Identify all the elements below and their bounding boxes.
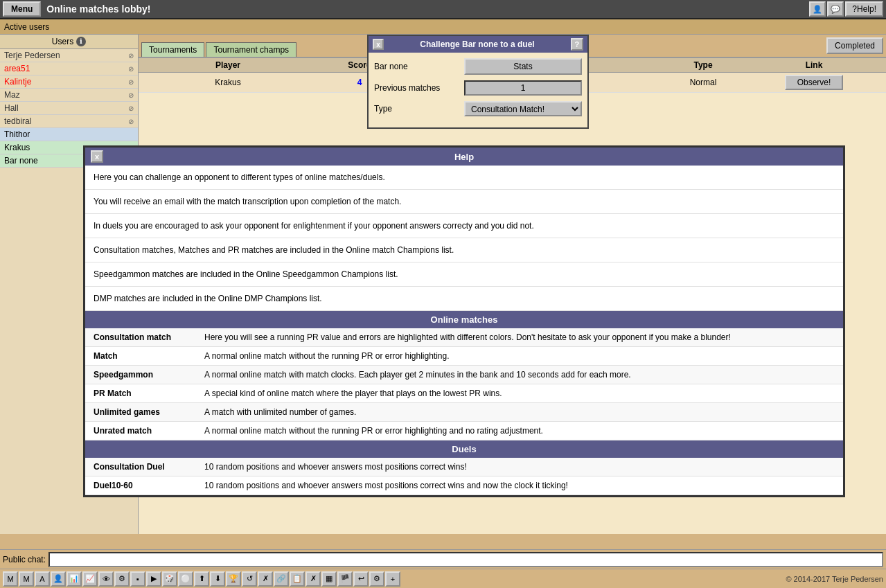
challenge-opponent-row: Bar none Stats <box>374 58 582 75</box>
help-dialog: x Help Here you can challenge an opponen… <box>83 145 845 497</box>
toolbar-btn-flag[interactable]: 🏴 <box>337 571 353 587</box>
help-button[interactable]: ?Help! <box>845 1 883 17</box>
user-icon-btn[interactable]: 👤 <box>809 1 826 17</box>
top-bar: Menu Online matches lobby! 👤 💬 ?Help! <box>0 0 886 19</box>
user-name: Terje Pedersen <box>4 51 60 60</box>
table-row: Consultation Duel 10 random positions an… <box>85 458 843 476</box>
user-name: Thithor <box>4 130 30 139</box>
challenge-title: Challenge Bar none to a duel <box>420 39 534 49</box>
list-item[interactable]: Maz ⊘ <box>0 89 138 102</box>
help-para-1: You will receive an email with the match… <box>85 190 843 214</box>
toolbar-btn-down[interactable]: ⬇ <box>210 571 225 587</box>
toolbar-btn-x2[interactable]: ✗ <box>305 571 321 587</box>
match-type-desc: Here you will see a running PR value and… <box>196 328 843 347</box>
tab-tournament-champs[interactable]: Tournament champs <box>206 42 296 57</box>
table-row: Consultation match Here you will see a r… <box>85 328 843 347</box>
toolbar-btn-circle[interactable]: ⚪ <box>178 571 193 587</box>
td-player: Krakus <box>141 75 314 90</box>
block-icon: ⊘ <box>128 78 134 86</box>
user-name: Krakus <box>4 143 30 152</box>
challenge-close-button[interactable]: x <box>373 39 384 50</box>
user-name: tedbiral <box>4 116 31 126</box>
toolbar-btn-graph[interactable]: 📈 <box>82 571 98 587</box>
td-link[interactable]: Observe! <box>745 75 883 90</box>
toolbar-btn-dice[interactable]: 🎲 <box>162 571 177 587</box>
toolbar-btn-link[interactable]: 🔗 <box>274 571 289 587</box>
toolbar-btn-a[interactable]: A <box>35 571 50 587</box>
toolbar-btn-clipboard[interactable]: 📋 <box>290 571 305 587</box>
match-type-label: Unlimited games <box>85 403 196 422</box>
match-type-desc: A normal online match without the runnin… <box>196 347 843 366</box>
chat-icon-btn[interactable]: 💬 <box>827 1 844 17</box>
list-item[interactable]: Hall ⊘ <box>0 102 138 115</box>
list-item[interactable]: area51 ⊘ <box>0 62 138 75</box>
table-row: Unrated match A normal online match with… <box>85 422 843 440</box>
challenge-dialog: x Challenge Bar none to a duel ? Bar non… <box>367 35 589 129</box>
list-item[interactable]: tedbiral ⊘ <box>0 115 138 128</box>
info-icon[interactable]: ℹ <box>76 37 86 46</box>
duels-table: Consultation Duel 10 random positions an… <box>85 458 843 495</box>
toolbar-btn-m1[interactable]: M <box>3 571 18 587</box>
online-matches-header: Online matches <box>85 311 843 328</box>
challenge-previous-value: 1 <box>464 80 582 96</box>
list-item[interactable]: Thithor <box>0 128 138 141</box>
online-matches-table: Consultation match Here you will see a r… <box>85 328 843 440</box>
toolbar-btn-square[interactable]: ▪ <box>130 571 145 587</box>
completed-button[interactable]: Completed <box>826 37 883 54</box>
menu-button[interactable]: Menu <box>3 1 41 17</box>
challenge-type-value[interactable]: Consultation Match! Normal Match Speedga… <box>464 101 582 116</box>
toolbar-btn-plus[interactable]: + <box>385 571 400 587</box>
toolbar-btn-up[interactable]: ⬆ <box>194 571 209 587</box>
toolbar-btn-settings[interactable]: ⚙ <box>369 571 384 587</box>
th-player: Player <box>141 60 314 70</box>
match-type-label: PR Match <box>85 384 196 403</box>
duels-header: Duels <box>85 440 843 458</box>
match-type-desc: A normal online match without the runnin… <box>196 422 843 440</box>
duel-type-desc: 10 random positions and whoever answers … <box>196 458 843 476</box>
active-users-bar: Active users <box>0 19 886 35</box>
public-chat-input[interactable] <box>48 552 883 567</box>
toolbar-btn-grid[interactable]: ▦ <box>321 571 337 587</box>
challenge-previous-label: Previous matches <box>374 83 464 93</box>
toolbar-btn-user[interactable]: 👤 <box>51 571 66 587</box>
block-icon: ⊘ <box>128 52 134 60</box>
toolbar-btn-trophy[interactable]: 🏆 <box>226 571 241 587</box>
challenge-type-label: Type <box>374 104 464 114</box>
help-para-2: In duels you are encouraged to ask your … <box>85 214 843 238</box>
toolbar-btn-chart[interactable]: 📊 <box>67 571 82 587</box>
toolbar-btn-gear[interactable]: ⚙ <box>114 571 130 587</box>
block-icon: ⊘ <box>128 91 134 99</box>
table-row: Unlimited games A match with unlimited n… <box>85 403 843 422</box>
list-item[interactable]: Kalintje ⊘ <box>0 75 138 89</box>
help-close-button[interactable]: x <box>91 150 103 163</box>
stats-button[interactable]: Stats <box>464 58 582 75</box>
toolbar-btn-eye[interactable]: 👁 <box>98 571 114 587</box>
challenge-stats-value: Stats <box>464 58 582 75</box>
match-type-label: Speedgammon <box>85 366 196 384</box>
toolbar-btn-refresh[interactable]: ↺ <box>242 571 257 587</box>
help-title-bar: x Help <box>85 148 843 166</box>
challenge-help-button[interactable]: ? <box>571 38 583 51</box>
challenge-body: Bar none Stats Previous matches 1 Type C… <box>369 53 587 127</box>
observe-button[interactable]: Observe! <box>785 75 844 90</box>
user-name: Maz <box>4 90 20 100</box>
match-type-select[interactable]: Consultation Match! Normal Match Speedga… <box>464 101 582 116</box>
toolbar-btn-m2[interactable]: M <box>19 571 34 587</box>
active-users-label: Active users <box>4 22 49 32</box>
block-icon: ⊘ <box>128 65 134 73</box>
block-icon: ⊘ <box>128 118 134 125</box>
duel-type-desc: 10 random positions and whoever answers … <box>196 476 843 495</box>
public-chat-label: Public chat: <box>3 555 46 564</box>
td-type: Normal <box>662 75 745 90</box>
sidebar-header: Users ℹ <box>0 35 138 49</box>
tab-tournaments[interactable]: Tournaments <box>141 42 204 57</box>
list-item[interactable]: Terje Pedersen ⊘ <box>0 49 138 62</box>
toolbar-btn-x[interactable]: ✗ <box>258 571 273 587</box>
sidebar-title: Users <box>52 37 73 46</box>
table-row: Match A normal online match without the … <box>85 347 843 366</box>
bottom-toolbar: M M A 👤 📊 📈 👁 ⚙ ▪ ▶ 🎲 ⚪ ⬆ ⬇ 🏆 ↺ ✗ 🔗 📋 ✗ … <box>0 569 886 588</box>
copyright: © 2014-2017 Terje Pedersen <box>786 575 883 583</box>
match-type-desc: A special kind of online match where the… <box>196 384 843 403</box>
toolbar-btn-play[interactable]: ▶ <box>146 571 161 587</box>
toolbar-btn-back[interactable]: ↩ <box>353 571 369 587</box>
